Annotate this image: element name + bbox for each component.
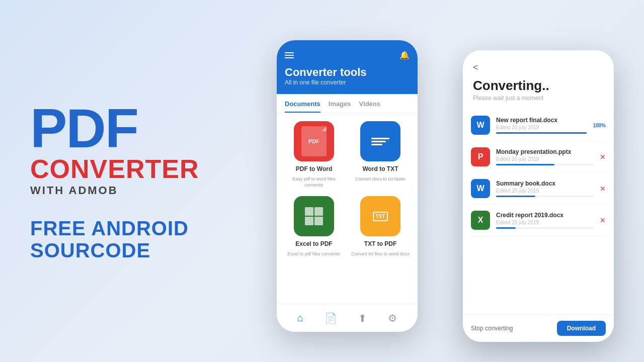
file-info-2: Monday presentation.pptx Edited 20 july … [496,148,594,165]
main-container: PDF CONVERTER WITH ADMOB FREE ANDROID SO… [0,0,644,362]
file-item-1: W New report final.docx Edited 20 july 2… [471,110,606,141]
card-excel-pdf-title: Excel to PDF [295,240,332,247]
progress-bar-container-1 [496,132,587,134]
card-excel-to-pdf[interactable]: Excel to PDF Excel to pdf files converte… [285,196,343,257]
tab-videos[interactable]: Videos [359,100,380,113]
phone1-tabs: Documents Images Videos [277,94,418,113]
file-icon-2: P [471,147,490,166]
with-admob-label: WITH ADMOB [30,184,118,197]
file-percentage-1: 100% [593,123,606,128]
file-icon-4: X [471,211,490,230]
file-name-2: Monday presentation.pptx [496,148,594,155]
hamburger-icon [285,52,294,58]
phone1-header-top: 🔔 [285,50,410,60]
card-excel-pdf-desc: Excel to pdf files converter [287,251,341,257]
file-info-4: Credit report 2019.docx Edited 20 july 2… [496,212,594,229]
txt-label-shape: TXT [373,212,388,221]
file-date-3: Edited 20 july 2019 [496,188,594,194]
file-date-1: Edited 20 july 2019 [496,125,587,130]
progress-bar-2 [496,164,554,165]
file-name-3: Summary book.docx [496,180,594,187]
file-date-2: Edited 20 july 2019 [496,156,594,162]
download-button[interactable]: Download [557,321,606,336]
stop-converting-button[interactable]: Stop converting [471,325,513,332]
excel-to-pdf-icon [294,196,334,236]
tab-images[interactable]: Images [329,100,351,113]
progress-bar-container-2 [496,164,594,165]
phone1-bottom-nav: ⌂ 📄 ⬆ ⚙ [277,304,418,332]
card-txt-to-pdf[interactable]: TXT TXT to PDF Convert txt files to word… [351,196,410,257]
pdf-doc-shape: PDF [301,126,327,156]
card-pdf-word-title: PDF to Word [296,165,332,172]
file-close-2[interactable]: ✕ [600,153,606,161]
progress-bar-3 [496,196,535,197]
progress-bar-container-3 [496,196,594,197]
progress-bar-1 [496,132,587,134]
file-nav-icon[interactable]: 📄 [325,312,337,324]
word-lines-shape [371,138,389,145]
file-item-2: P Monday presentation.pptx Edited 20 jul… [471,141,606,173]
converting-title: Converting.. [473,78,604,94]
upload-nav-icon[interactable]: ⬆ [358,312,367,324]
file-close-3[interactable]: ✕ [600,185,606,193]
back-button[interactable]: < [473,62,604,73]
phone1-mockup: 🔔 Converter tools All in one file conver… [277,40,418,332]
progress-bar-4 [496,227,516,229]
converting-subtitle: Please wait just a moment [473,95,604,102]
progress-bar-container-4 [496,227,594,229]
card-word-txt-title: Word to TXT [362,165,398,172]
phone2-header: < Converting.. Please wait just a moment [463,50,614,110]
file-list: W New report final.docx Edited 20 july 2… [463,110,614,236]
pdf-title: PDF [30,101,138,156]
phone1-header: 🔔 Converter tools All in one file conver… [277,40,418,94]
txt-to-pdf-icon: TXT [360,196,400,236]
file-info-3: Summary book.docx Edited 20 july 2019 [496,180,594,197]
phone2-mockup: < Converting.. Please wait just a moment… [463,50,614,342]
card-pdf-word-desc: Easy pdf to word files converter [285,176,343,188]
word-to-txt-icon [360,121,400,161]
file-icon-3: W [471,179,490,198]
phone2-footer: Stop converting Download [463,314,614,342]
card-word-txt-desc: Convert docx to txt faster [355,176,406,183]
converter-grid: PDF PDF to Word Easy pdf to word files c… [277,113,418,265]
card-pdf-to-word[interactable]: PDF PDF to Word Easy pdf to word files c… [285,121,343,188]
home-nav-icon[interactable]: ⌂ [297,312,303,324]
phones-container: 🔔 Converter tools All in one file conver… [262,20,614,342]
phone1-subtitle: All in one file converter [285,79,410,86]
pdf-to-word-icon: PDF [294,121,334,161]
converter-title: CONVERTER [30,156,199,182]
file-name-1: New report final.docx [496,117,587,124]
file-name-4: Credit report 2019.docx [496,212,594,219]
file-date-4: Edited 20 july 2019 [496,220,594,225]
file-item-4: X Credit report 2019.docx Edited 20 july… [471,205,606,236]
phone1-title: Converter tools [285,66,410,79]
card-txt-pdf-desc: Convert txt files to word docx [351,251,410,257]
file-info-1: New report final.docx Edited 20 july 201… [496,117,587,134]
left-text-area: PDF CONVERTER WITH ADMOB FREE ANDROID SO… [30,101,242,261]
file-item-3: W Summary book.docx Edited 20 july 2019 … [471,173,606,205]
file-icon-1: W [471,116,490,135]
sourcode-label: SOURCODE [30,239,150,261]
excel-grid-shape [305,207,323,225]
settings-nav-icon[interactable]: ⚙ [388,312,397,324]
file-close-4[interactable]: ✕ [600,216,606,224]
bell-icon: 🔔 [399,50,410,60]
card-word-to-txt[interactable]: Word to TXT Convert docx to txt faster [351,121,410,188]
card-txt-pdf-title: TXT to PDF [364,240,397,247]
tab-documents[interactable]: Documents [285,100,320,113]
free-android-label: FREE ANDROID [30,217,189,239]
